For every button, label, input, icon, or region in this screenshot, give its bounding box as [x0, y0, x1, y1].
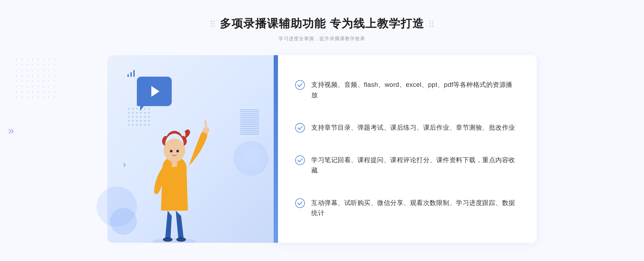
- feature-item-4: 互动弹幕、试听购买、微信分享、观看次数限制、学习进度跟踪、数据统计: [295, 192, 515, 224]
- deco-stripe-lines: [240, 109, 259, 136]
- svg-point-40: [295, 123, 305, 132]
- svg-point-38: [153, 238, 196, 243]
- svg-point-25: [132, 124, 134, 126]
- feature-item-2: 支持章节目录、弹题考试、课后练习、课后作业、章节测验、批改作业: [295, 117, 515, 138]
- svg-point-19: [132, 120, 134, 122]
- svg-point-2: [136, 108, 138, 110]
- svg-point-14: [136, 116, 138, 118]
- svg-point-10: [144, 112, 146, 114]
- illustration-panel: »: [107, 55, 274, 243]
- check-icon-2: [295, 123, 305, 133]
- left-chevrons-decoration: »: [8, 125, 14, 136]
- svg-point-23: [148, 120, 150, 122]
- svg-point-20: [136, 120, 138, 122]
- header-title-row: 多项录播课辅助功能 专为线上教学打造: [211, 16, 433, 31]
- feature-item-3: 学习笔记回看、课程提问、课程评论打分、课件资料下载，重点内容收藏: [295, 150, 515, 181]
- svg-point-17: [148, 116, 150, 118]
- svg-point-7: [132, 112, 134, 114]
- svg-point-6: [128, 112, 130, 114]
- svg-point-35: [170, 150, 173, 152]
- features-panel: 支持视频、音频、flash、word、excel、ppt、pdf等各种格式的资源…: [274, 55, 537, 243]
- svg-point-36: [176, 150, 179, 152]
- header-section: 多项录播课辅助功能 专为线上教学打造 学习进度全掌握，提升录播课教学效果: [211, 16, 433, 42]
- header-right-dots-icon: [430, 21, 433, 27]
- feature-text-4: 互动弹幕、试听购买、微信分享、观看次数限制、学习进度跟踪、数据统计: [311, 198, 515, 218]
- feature-text-1: 支持视频、音频、flash、word、excel、ppt、pdf等各种格式的资源…: [311, 80, 515, 100]
- svg-point-34: [164, 139, 185, 162]
- page-title: 多项录播课辅助功能 专为线上教学打造: [220, 16, 424, 31]
- svg-point-27: [140, 124, 142, 126]
- svg-point-1: [132, 108, 134, 110]
- svg-point-5: [148, 108, 150, 110]
- svg-point-16: [144, 116, 146, 118]
- svg-point-33: [203, 127, 209, 133]
- bg-dots-pattern-left: [16, 59, 57, 100]
- svg-text:»: »: [123, 159, 126, 170]
- svg-point-3: [140, 108, 142, 110]
- feature-text-2: 支持章节目录、弹题考试、课后练习、课后作业、章节测验、批改作业: [311, 122, 515, 133]
- svg-point-0: [128, 108, 130, 110]
- svg-point-18: [128, 120, 130, 122]
- svg-point-24: [128, 124, 130, 126]
- svg-point-13: [132, 116, 134, 118]
- page-subtitle: 学习进度全掌握，提升录播课教学效果: [211, 35, 433, 42]
- page-wrapper: » 多项录播课辅助功能 专为线上教学打造 学习进度全掌握，提升录播课教学效果: [0, 0, 644, 261]
- svg-point-41: [295, 156, 305, 165]
- svg-point-21: [140, 120, 142, 122]
- check-icon-1: [295, 80, 305, 90]
- header-left-dots-icon: [211, 21, 214, 27]
- person-illustration: »: [123, 87, 225, 243]
- feature-text-3: 学习笔记回看、课程提问、课程评论打分、课件资料下载，重点内容收藏: [311, 155, 515, 176]
- svg-point-15: [140, 116, 142, 118]
- feature-item-1: 支持视频、音频、flash、word、excel、ppt、pdf等各种格式的资源…: [295, 74, 515, 106]
- svg-point-42: [295, 199, 305, 208]
- check-icon-4: [295, 198, 305, 208]
- deco-circle-right: [233, 141, 268, 176]
- check-icon-3: [295, 155, 305, 165]
- svg-point-39: [295, 80, 305, 90]
- signal-dots: [127, 70, 135, 77]
- svg-point-28: [144, 124, 146, 126]
- svg-point-9: [140, 112, 142, 114]
- svg-point-4: [144, 108, 146, 110]
- chevron-right-icon: »: [8, 125, 14, 136]
- svg-point-29: [148, 124, 150, 126]
- svg-point-12: [128, 116, 130, 118]
- svg-point-11: [148, 112, 150, 114]
- svg-point-26: [136, 124, 138, 126]
- content-area: »: [107, 55, 537, 243]
- svg-rect-37: [172, 161, 177, 167]
- blue-separator-bar: [274, 55, 278, 243]
- svg-point-22: [144, 120, 146, 122]
- svg-point-8: [136, 112, 138, 114]
